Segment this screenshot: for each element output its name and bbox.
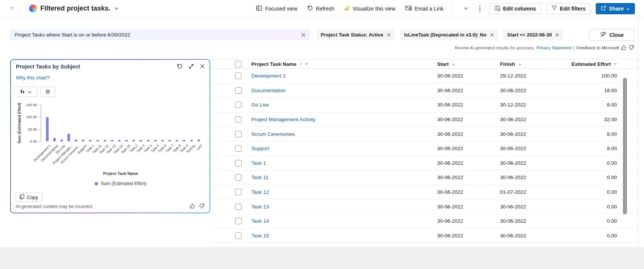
- table-row[interactable]: Support30-06-202230-06-20228.00: [211, 141, 638, 156]
- remove-filter-icon[interactable]: [555, 33, 559, 37]
- y-tick-mark: [39, 141, 41, 142]
- task-name-link[interactable]: Task 15: [251, 233, 269, 239]
- task-name-link[interactable]: Project Management Activity: [251, 117, 315, 122]
- task-name-link[interactable]: Development 1: [251, 73, 286, 79]
- column-chevron-icon[interactable]: [305, 63, 308, 65]
- filter-chip: Project Task Status: Active: [317, 29, 395, 40]
- table-row[interactable]: Scrum Ceremonies30-06-202230-06-20228.00: [211, 127, 638, 141]
- clear-query-icon[interactable]: [301, 33, 306, 37]
- chart-close-icon[interactable]: [200, 64, 205, 69]
- why-this-chart-link[interactable]: Why this chart?: [16, 75, 50, 81]
- column-label: Estimated Effort: [572, 61, 611, 67]
- back-button[interactable]: [9, 5, 16, 13]
- row-checkbox[interactable]: [235, 218, 242, 224]
- notice-separator: |: [574, 46, 575, 50]
- task-name-link[interactable]: Task 13: [251, 204, 269, 210]
- chart-settings-button[interactable]: ⚙: [40, 87, 55, 97]
- table-row[interactable]: Project Management Activity30-06-202230-…: [211, 112, 638, 127]
- chart-thumbs-up-icon[interactable]: [190, 203, 195, 209]
- estimated-effort-cell: 0.00: [563, 233, 617, 239]
- column-header-finish[interactable]: Finish: [500, 61, 563, 67]
- privacy-statement-link[interactable]: Privacy Statement: [537, 46, 572, 50]
- finish-date-cell: 01-07-2022: [500, 189, 563, 195]
- remove-filter-icon[interactable]: [387, 33, 391, 37]
- remove-filter-icon[interactable]: [490, 33, 494, 37]
- column-chevron-icon[interactable]: [452, 64, 455, 66]
- visualize-view-button[interactable]: Visualize this view: [342, 3, 398, 14]
- start-date-cell: 30-06-2022: [437, 175, 500, 180]
- column-header-task-name[interactable]: Project Task Name ↑: [251, 61, 437, 67]
- app-right-border: [638, 17, 638, 247]
- row-checkbox[interactable]: [235, 204, 242, 210]
- row-checkbox[interactable]: [235, 131, 242, 137]
- task-name-link[interactable]: Task 12: [251, 189, 269, 195]
- table-row[interactable]: Task 1530-06-202230-06-20220.00: [211, 229, 638, 243]
- estimated-effort-cell: 0.00: [563, 175, 617, 180]
- task-name-link[interactable]: Support: [251, 146, 269, 151]
- focused-view-button[interactable]: Focused view: [254, 3, 300, 14]
- column-chevron-icon[interactable]: [518, 64, 522, 66]
- ai-query-pill[interactable]: Project Tasks where Start is on or befor…: [10, 29, 310, 40]
- focused-view-icon: [256, 5, 262, 12]
- chart-refresh-icon[interactable]: [177, 63, 183, 69]
- table-row[interactable]: Documentation30-06-202230-06-202216.00: [211, 84, 638, 98]
- filter-chip-label: IsLineTask (Deprecated in v3.0): No: [404, 32, 486, 38]
- column-chevron-icon[interactable]: [613, 63, 617, 65]
- x-tick-label: UAT: [196, 144, 203, 151]
- chart-bar: [183, 140, 185, 141]
- task-name-link[interactable]: Go Live: [251, 102, 269, 108]
- column-header-estimated-effort[interactable]: Estimated Effort: [563, 61, 617, 67]
- close-filter-button[interactable]: Close: [589, 29, 634, 41]
- thumbs-up-icon[interactable]: [621, 45, 627, 50]
- edit-columns-button[interactable]: Edit columns: [489, 3, 541, 14]
- table-row[interactable]: Task 1230-06-202201-07-20220.00: [211, 185, 638, 200]
- row-checkbox[interactable]: [235, 87, 242, 94]
- chart-bar: [161, 140, 164, 141]
- table-row[interactable]: Task 130-06-202230-06-20220.00: [211, 156, 638, 171]
- table-row[interactable]: Development 130-06-202229-12-2022100.00: [211, 69, 638, 84]
- refresh-button[interactable]: Refresh: [305, 3, 337, 14]
- table-row[interactable]: Task 1130-06-202230-06-20220.00: [211, 170, 638, 185]
- select-all-checkbox[interactable]: [235, 61, 242, 67]
- row-checkbox[interactable]: [235, 102, 242, 108]
- task-name-link[interactable]: Scrum Ceremonies: [251, 131, 295, 137]
- table-row[interactable]: Task 1330-06-202230-06-20220.00: [211, 199, 638, 214]
- row-checkbox[interactable]: [235, 116, 242, 123]
- start-date-cell: 30-06-2022: [437, 88, 500, 93]
- chart-type-chevron-icon: [28, 88, 32, 95]
- table-row[interactable]: Task 1430-06-202230-06-20220.00: [211, 214, 638, 229]
- edit-columns-label: Edit columns: [503, 6, 536, 12]
- copy-chart-button[interactable]: Copy: [15, 193, 42, 202]
- chart-thumbs-down-icon[interactable]: [199, 203, 205, 209]
- row-checkbox[interactable]: [235, 189, 242, 195]
- table-body: Development 130-06-202229-12-2022100.00D…: [211, 69, 638, 243]
- task-name-link[interactable]: Task 14: [251, 218, 269, 224]
- task-name-link[interactable]: Task 1: [251, 160, 266, 166]
- more-commands-button[interactable]: [476, 4, 484, 13]
- copy-label: Copy: [27, 195, 38, 200]
- row-checkbox[interactable]: [235, 145, 242, 152]
- row-checkbox[interactable]: [235, 174, 242, 181]
- edit-filters-button[interactable]: Edit filters: [546, 3, 590, 14]
- chart-expand-icon[interactable]: [188, 64, 194, 69]
- task-name-link[interactable]: Documentation: [251, 88, 286, 93]
- column-header-start[interactable]: Start: [437, 61, 500, 67]
- email-link-button[interactable]: Email a Link: [403, 3, 445, 14]
- chart-bar: [104, 140, 106, 141]
- view-selector-chevron[interactable]: [114, 7, 119, 10]
- divider: [451, 5, 451, 13]
- row-checkbox[interactable]: [235, 233, 242, 239]
- filter-chip: Start <= 2022-06-30: [503, 29, 564, 40]
- row-checkbox[interactable]: [235, 73, 242, 79]
- table-row[interactable]: Go Live30-06-202230-12-20228.00: [211, 98, 638, 112]
- thumbs-down-icon[interactable]: [629, 45, 634, 50]
- y-axis-title: Sum (Estimated Effort): [17, 103, 21, 143]
- row-checkbox[interactable]: [235, 160, 242, 166]
- feedback-link[interactable]: Feedback to Microsoft: [577, 46, 619, 50]
- chart-type-button[interactable]: [14, 87, 37, 97]
- share-button[interactable]: Share: [596, 3, 635, 14]
- task-name-link[interactable]: Task 11: [251, 175, 269, 180]
- table-scrollbar[interactable]: [623, 78, 627, 214]
- finish-date-cell: 30-06-2022: [500, 233, 563, 239]
- overflow-chevron-button[interactable]: [461, 5, 471, 12]
